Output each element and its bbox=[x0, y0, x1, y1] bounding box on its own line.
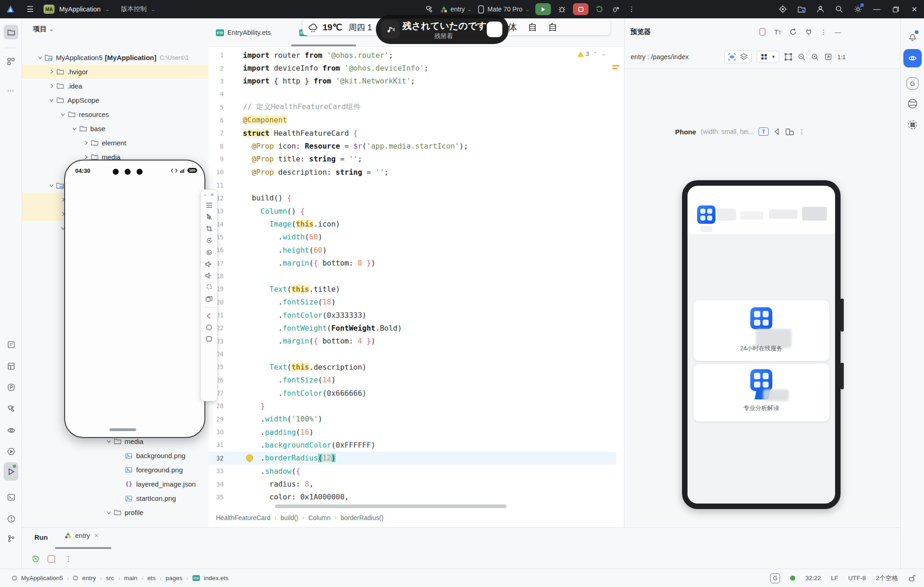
recents-key-icon[interactable] bbox=[201, 336, 217, 342]
status-breadcrumb-item[interactable]: src bbox=[106, 575, 114, 581]
code-line-19[interactable]: 19 Text(this.title) bbox=[209, 282, 616, 295]
profiler-tool-icon[interactable] bbox=[4, 444, 18, 459]
code-line-16[interactable]: 16 .height(60) bbox=[209, 244, 616, 256]
breadcrumb-item[interactable]: borderRadius() bbox=[341, 514, 383, 521]
minimize-window-icon[interactable]: — bbox=[872, 4, 882, 14]
bounds-icon[interactable] bbox=[784, 53, 792, 61]
rotate-device-icon[interactable] bbox=[201, 249, 217, 256]
editor-breadcrumbs[interactable]: HealthFeatureCard›build()›Column›borderR… bbox=[216, 510, 619, 526]
rerun-icon[interactable] bbox=[31, 554, 40, 564]
strip-char[interactable]: 体 bbox=[508, 21, 517, 33]
line-ending[interactable]: LF bbox=[831, 575, 838, 581]
horizontal-scrollbar[interactable] bbox=[275, 504, 506, 508]
chevron-collapsed-icon[interactable] bbox=[47, 82, 55, 90]
breadcrumb-item[interactable]: Column bbox=[308, 514, 330, 521]
tree-row-foreground.png[interactable]: foreground.png bbox=[22, 463, 209, 477]
font-scale-icon[interactable]: TT bbox=[774, 28, 781, 36]
screenshot-crop-icon[interactable] bbox=[201, 225, 217, 232]
status-breadcrumb-item[interactable]: ets bbox=[148, 575, 156, 581]
volume-down-icon[interactable] bbox=[201, 272, 217, 279]
previewer-more-icon[interactable]: ⋮ bbox=[820, 28, 827, 36]
volume-up-icon[interactable] bbox=[201, 261, 217, 267]
chevron-expanded-icon[interactable] bbox=[47, 182, 55, 190]
project-tool-icon[interactable] bbox=[4, 25, 18, 39]
tab-entryability[interactable]: ETS EntryAbility.ets bbox=[216, 18, 271, 47]
inspections-widget[interactable]: 3 ⌃ ⌄ bbox=[578, 50, 606, 57]
code-line-25[interactable]: 25 Text(this.description) bbox=[209, 360, 616, 373]
caret-position[interactable]: 32:22 bbox=[805, 575, 821, 581]
toolbar-close-icon[interactable]: ✕ bbox=[210, 192, 214, 197]
vcs-selector[interactable]: 版本控制 bbox=[121, 5, 147, 13]
close-tab-icon[interactable]: ✕ bbox=[94, 532, 99, 539]
git-tool-icon[interactable] bbox=[4, 531, 18, 546]
build-tool-icon[interactable] bbox=[4, 401, 18, 416]
code-line-31[interactable]: 31 .backgroundColor(0xFFFFFF) bbox=[209, 438, 616, 451]
code-line-23[interactable]: 23 .margin({ bottom: 4 }) bbox=[209, 335, 616, 348]
build-hammer-icon[interactable] bbox=[424, 4, 434, 14]
toolbar-minimize-icon[interactable]: – bbox=[204, 192, 207, 197]
code-line-28[interactable]: 28 } bbox=[209, 399, 616, 412]
code-line-29[interactable]: 29 .width('100%') bbox=[209, 413, 616, 426]
search-icon[interactable] bbox=[834, 4, 844, 14]
tree-row-layered_image.json[interactable]: {}layered_image.json bbox=[22, 477, 209, 491]
feature-card[interactable]: 专业分析解读 bbox=[693, 364, 829, 421]
tree-row-background.png[interactable]: background.png bbox=[22, 449, 209, 463]
layout-tool-icon[interactable] bbox=[4, 359, 18, 373]
code-line-17[interactable]: 17 .margin({ bottom: 8 }) bbox=[209, 257, 616, 270]
previewer-tab-icon[interactable] bbox=[903, 49, 922, 67]
t-switch-icon[interactable]: T bbox=[759, 127, 769, 136]
code-line-32[interactable]: 32 .borderRadius(12) bbox=[209, 452, 616, 465]
run-tab-entry[interactable]: entry ✕ bbox=[64, 532, 99, 539]
fit-screen-icon[interactable] bbox=[824, 53, 832, 61]
code-line-24[interactable]: 24 bbox=[209, 348, 616, 360]
code-line-20[interactable]: 20 .fontSize(18) bbox=[209, 296, 616, 309]
locate-icon[interactable] bbox=[778, 4, 788, 14]
device-frame-icon[interactable] bbox=[759, 28, 766, 36]
rotate-left-icon[interactable] bbox=[773, 128, 781, 135]
tree-row-profile[interactable]: profile bbox=[22, 505, 209, 520]
code-line-6[interactable]: 6@Component bbox=[209, 114, 616, 127]
run-config-selector[interactable]: entry ⌄ bbox=[440, 6, 472, 13]
debug-icon[interactable] bbox=[557, 4, 567, 14]
chevron-collapsed-icon[interactable] bbox=[47, 68, 55, 76]
more-actions-icon[interactable]: ⋮ bbox=[627, 4, 637, 14]
device-manager-icon[interactable] bbox=[906, 118, 919, 131]
status-breadcrumb-item[interactable]: index.ets bbox=[204, 575, 229, 581]
chevron-expanded-icon[interactable] bbox=[59, 111, 67, 119]
plug-icon[interactable] bbox=[805, 28, 813, 36]
file-encoding[interactable]: UTF-8 bbox=[848, 575, 866, 581]
code-line-21[interactable]: 21 .fontColor(0x333333) bbox=[209, 309, 616, 321]
code-line-26[interactable]: 26 .fontSize(14) bbox=[209, 374, 616, 387]
code-line-10[interactable]: 10 @Prop description: string = ''; bbox=[209, 166, 616, 178]
code-line-33[interactable]: 33 .shadow({ bbox=[209, 465, 616, 477]
settings-gear-icon[interactable] bbox=[853, 4, 863, 14]
status-breadcrumb-item[interactable]: main bbox=[124, 575, 138, 581]
status-breadcrumbs[interactable]: MyApplication5›entry›src›main›ets›pages›… bbox=[0, 575, 229, 581]
chevron-collapsed-icon[interactable] bbox=[82, 139, 90, 147]
feature-card[interactable]: 24小时在线服务 bbox=[693, 300, 829, 361]
shake-icon[interactable] bbox=[201, 284, 217, 291]
indent-setting[interactable]: 2个空格 bbox=[876, 574, 898, 582]
structure-tool-icon[interactable] bbox=[4, 54, 18, 69]
strip-char[interactable]: 自 bbox=[528, 21, 537, 33]
code-line-18[interactable]: 18 bbox=[209, 270, 616, 282]
intention-bulb-icon[interactable] bbox=[246, 454, 253, 461]
problems-tool-icon[interactable] bbox=[4, 511, 18, 526]
rerun-icon[interactable] bbox=[594, 4, 605, 14]
notifications-bell-icon[interactable] bbox=[906, 30, 919, 43]
zoom-out-icon[interactable] bbox=[798, 53, 806, 61]
inspect-toggle-group[interactable] bbox=[724, 50, 752, 63]
status-breadcrumb-item[interactable]: MyApplication5 bbox=[21, 575, 63, 581]
sphere-icon[interactable] bbox=[906, 97, 919, 110]
tree-row-startIcon.png[interactable]: startIcon.png bbox=[22, 491, 209, 505]
breadcrumb-item[interactable]: build() bbox=[280, 514, 298, 521]
back-key-icon[interactable] bbox=[201, 313, 217, 319]
code-line-1[interactable]: 1import router from '@ohos.router'; bbox=[209, 49, 616, 61]
code-line-2[interactable]: 2import deviceInfo from '@ohos.deviceInf… bbox=[209, 61, 616, 74]
tree-row-AppScope[interactable]: AppScope bbox=[22, 93, 209, 107]
code-linter-tool-icon[interactable] bbox=[4, 423, 18, 437]
tree-row-element[interactable]: element bbox=[22, 136, 209, 150]
code-line-7[interactable]: 7struct HealthFeatureCard { bbox=[209, 127, 616, 139]
chevron-expanded-icon[interactable] bbox=[104, 509, 113, 517]
code-line-27[interactable]: 27 .fontColor(0x666666) bbox=[209, 387, 616, 399]
